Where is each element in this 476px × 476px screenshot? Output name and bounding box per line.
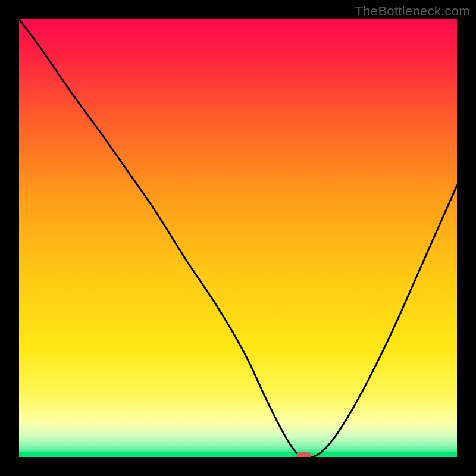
chart-svg [19, 19, 457, 457]
chart-frame: TheBottleneck.com [0, 0, 476, 476]
plot-area [19, 19, 457, 457]
baseline-strip [19, 452, 457, 457]
gradient-rect [19, 19, 457, 457]
watermark-text: TheBottleneck.com [355, 4, 470, 19]
minimum-marker [296, 452, 311, 457]
